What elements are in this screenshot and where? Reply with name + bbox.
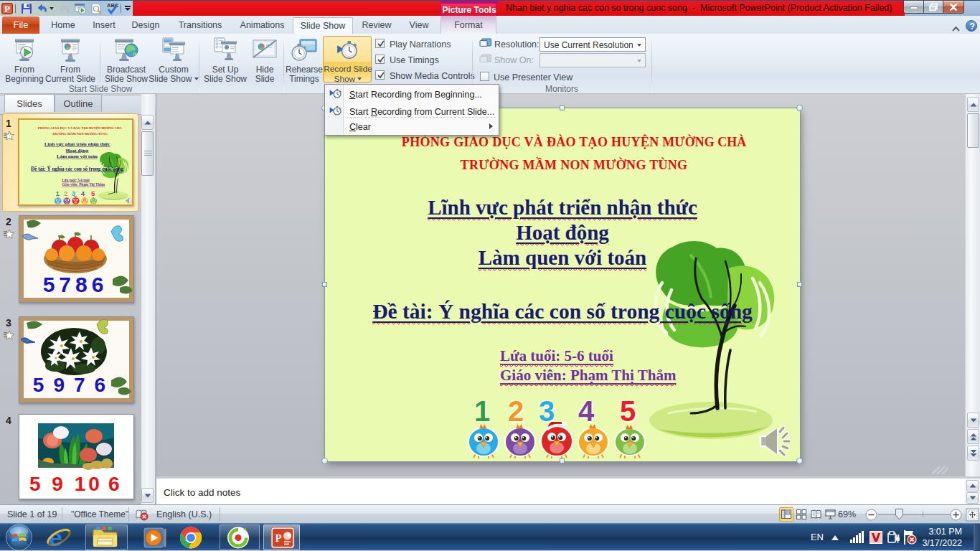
svg-text:6: 6 [108,473,120,495]
svg-text:5 9 10: 5 9 10 [29,473,103,495]
svg-text:5976: 5976 [33,374,115,396]
svg-text:P: P [275,532,281,544]
svg-text:P: P [4,4,10,14]
svg-text:5786: 5786 [43,273,108,296]
